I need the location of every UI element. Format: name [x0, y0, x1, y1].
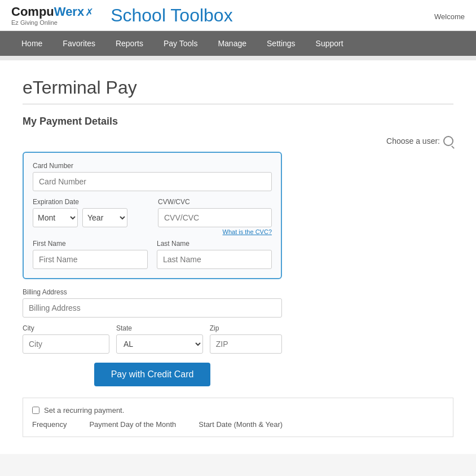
zip-input[interactable]	[210, 334, 282, 354]
choose-user-row: Choose a user:	[23, 136, 453, 146]
frequency-label: Frequency	[32, 420, 67, 429]
zip-label: Zip	[210, 324, 282, 332]
first-name-label: First Name	[33, 240, 148, 248]
first-name-input[interactable]	[33, 250, 148, 269]
cvv-group: CVW/CVC What is the CVC?	[158, 198, 272, 235]
payment-day-label: Payment Day of the Month	[89, 420, 176, 429]
nav-home[interactable]: Home	[11, 31, 52, 56]
expiry-label: Expiration Date	[33, 198, 147, 206]
cvv-label: CVW/CVC	[158, 198, 272, 206]
sub-header-bar	[0, 56, 476, 60]
logo-brand: CompuWerx✗	[11, 5, 94, 19]
expiry-group: Expiration Date Mont 010203 040506 07080…	[33, 198, 147, 235]
logo-wrapper: CompuWerx✗ Ez Giving Online	[11, 5, 94, 26]
month-select[interactable]: Mont 010203 040506 070809 101112	[33, 208, 78, 227]
pay-button[interactable]: Pay with Credit Card	[94, 363, 211, 386]
billing-address-input[interactable]	[23, 298, 282, 318]
brand-check-icon: ✗	[85, 6, 94, 19]
search-icon[interactable]	[443, 136, 453, 146]
state-group: State ALAKAZAR CACOCTDE FLGA	[116, 324, 203, 354]
logo-area: CompuWerx✗ Ez Giving Online School Toolb…	[11, 5, 233, 26]
year-select[interactable]: Year 202420252026 202720282029 2030	[82, 208, 127, 227]
last-name-group: Last Name	[157, 240, 272, 269]
card-number-input[interactable]	[33, 172, 272, 191]
nav-pay-tools[interactable]: Pay Tools	[153, 31, 208, 56]
expiry-cvv-row: Expiration Date Mont 010203 040506 07080…	[33, 198, 272, 235]
nav-settings[interactable]: Settings	[257, 31, 306, 56]
page-title: eTerminal Pay	[23, 77, 453, 104]
start-date-label: Start Date (Month & Year)	[199, 420, 283, 429]
city-state-zip-row: City State ALAKAZAR CACOCTDE FLGA Zip	[23, 324, 282, 354]
last-name-label: Last Name	[157, 240, 272, 248]
expiry-selects: Mont 010203 040506 070809 101112 Year 20…	[33, 208, 147, 227]
state-select[interactable]: ALAKAZAR CACOCTDE FLGA	[116, 334, 203, 354]
city-label: City	[23, 324, 109, 332]
what-is-cvc-link[interactable]: What is the CVC?	[158, 228, 272, 235]
card-number-label: Card Number	[33, 162, 272, 170]
card-section: Card Number Expiration Date Mont 010203 …	[23, 152, 282, 279]
name-row: First Name Last Name	[33, 240, 272, 269]
main-nav: Home Favorites Reports Pay Tools Manage …	[0, 31, 476, 56]
logo-sub: Ez Giving Online	[11, 19, 94, 26]
section-title: My Payment Details	[23, 116, 453, 127]
cvv-input[interactable]	[158, 208, 272, 227]
brand-compu: Compu	[11, 5, 54, 19]
billing-label: Billing Address	[23, 288, 282, 296]
choose-user-label: Choose a user:	[386, 136, 440, 146]
first-name-group: First Name	[33, 240, 148, 269]
nav-manage[interactable]: Manage	[208, 31, 257, 56]
site-title: School Toolbox	[111, 5, 232, 26]
recurring-label: Set a recurring payment.	[44, 406, 124, 415]
nav-support[interactable]: Support	[306, 31, 354, 56]
recurring-section: Set a recurring payment. Frequency Payme…	[23, 398, 453, 437]
brand-werx: Werx	[54, 5, 84, 19]
billing-section: Billing Address City State ALAKAZAR CACO…	[23, 288, 282, 386]
main-content: eTerminal Pay My Payment Details Choose …	[0, 60, 476, 454]
recurring-checkbox[interactable]	[32, 407, 39, 414]
nav-favorites[interactable]: Favorites	[52, 31, 105, 56]
last-name-input[interactable]	[157, 250, 272, 269]
app-header: CompuWerx✗ Ez Giving Online School Toolb…	[0, 0, 476, 31]
city-input[interactable]	[23, 334, 109, 354]
recurring-header: Set a recurring payment.	[32, 406, 444, 415]
welcome-text: Welcome	[434, 12, 465, 21]
nav-reports[interactable]: Reports	[105, 31, 153, 56]
state-label: State	[116, 324, 203, 332]
recurring-footer: Frequency Payment Day of the Month Start…	[32, 420, 444, 429]
city-group: City	[23, 324, 109, 354]
zip-group: Zip	[210, 324, 282, 354]
